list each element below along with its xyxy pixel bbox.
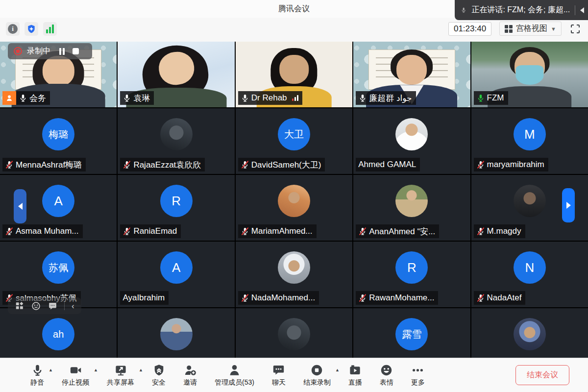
- speaking-mic-icon: [476, 94, 485, 102]
- participant-tile[interactable]: RRawanMohame...: [353, 242, 470, 307]
- participant-tile[interactable]: NNadaAtef: [471, 242, 588, 307]
- emoji-reaction-icon[interactable]: [31, 301, 41, 311]
- participant-tile[interactable]: NadaMohamed...: [236, 242, 352, 307]
- microphone-icon: [461, 6, 466, 14]
- speaking-text: 正在讲话: FZM; 会务; 廉超...: [471, 5, 570, 15]
- toolbar-invite-button[interactable]: 邀请: [183, 364, 197, 387]
- avatar: N: [514, 251, 546, 284]
- avatar: [514, 318, 546, 350]
- meeting-timer: 01:23:40: [448, 22, 491, 36]
- chat-bubble-icon[interactable]: [48, 301, 57, 311]
- participant-grid: 录制中会务袁琳Dr Rehab廉超群 جوادFZM梅璐MennaAshraf梅…: [0, 42, 588, 358]
- previous-page-arrow[interactable]: [14, 189, 26, 223]
- grid-view-icon: [505, 25, 513, 33]
- participant-tile[interactable]: ah叶月Rahim Abdel: [0, 308, 117, 358]
- menu-caret-icon[interactable]: ▲: [49, 368, 53, 372]
- recording-overlay: 录制中: [8, 43, 92, 59]
- collapse-banner-icon[interactable]: [580, 7, 584, 13]
- quick-toolbar: ‹: [8, 297, 81, 314]
- name-label-row: RajaaEzzat袁欣欣: [120, 158, 205, 172]
- participant-name: RawanMohame...: [369, 293, 434, 303]
- name-label-row: AyaIbrahim: [120, 291, 169, 305]
- toolbar-stop-recording-button[interactable]: 结束录制▲: [303, 364, 331, 387]
- participant-tile[interactable]: 廉超群 جواد: [353, 42, 470, 107]
- meeting-info-button[interactable]: i: [6, 22, 20, 36]
- participant-tile[interactable]: AnanAhmed “安...: [353, 175, 470, 241]
- security-status-button[interactable]: [24, 22, 38, 36]
- avatar: 梅璐: [42, 118, 74, 150]
- avatar: [160, 118, 193, 150]
- avatar: [514, 185, 546, 217]
- participant-name: M.magdy: [487, 226, 521, 236]
- participant-tile[interactable]: Ahmed GAMAL: [353, 108, 470, 174]
- avatar: 大卫: [278, 118, 310, 150]
- network-status-button[interactable]: [43, 22, 57, 36]
- name-label-row: DavidSameh(大卫): [238, 158, 325, 172]
- toolbar-manage-members-button[interactable]: 管理成员(53): [215, 364, 254, 387]
- avatar: A: [42, 185, 74, 217]
- menu-caret-icon[interactable]: ▲: [139, 368, 143, 372]
- participant-tile[interactable]: 录制中会务: [0, 42, 117, 107]
- menu-caret-icon[interactable]: ▲: [335, 368, 340, 372]
- toolbar-live-button[interactable]: 直播: [348, 364, 362, 387]
- participant-name: AnanAhmed “安...: [369, 226, 435, 237]
- host-badge-icon: [2, 91, 16, 105]
- participant-tile[interactable]: FZM: [471, 42, 588, 107]
- participant-tile[interactable]: sherryff翌: [471, 308, 588, 358]
- participant-tile[interactable]: 袁琳: [118, 42, 234, 107]
- participant-tile[interactable]: RajaaEzzat袁欣欣: [118, 108, 234, 174]
- banner-divider: [575, 5, 575, 15]
- toolbar-mute-button[interactable]: 静音▲: [30, 364, 44, 387]
- collapse-quickbar-icon[interactable]: ‹: [72, 302, 74, 310]
- invite-icon: [184, 364, 197, 377]
- participant-name: RajaaEzzat袁欣欣: [133, 159, 201, 171]
- participant-name: Dr Rehab: [251, 93, 287, 103]
- avatar: A: [160, 251, 193, 284]
- participant-tile[interactable]: RRaniaEmad: [118, 175, 234, 241]
- chevron-left-icon: [18, 203, 23, 210]
- participant-tile[interactable]: Dr Rehab: [236, 42, 352, 107]
- stop-recording-button[interactable]: [73, 48, 79, 54]
- name-label-row: NadaMohamed...: [238, 291, 319, 305]
- stop-recording-icon: [310, 364, 323, 377]
- toolbar-stop-video-button[interactable]: 停止视频▲: [62, 364, 89, 387]
- participant-tile[interactable]: Mmaryamibrahim: [471, 108, 588, 174]
- mic-on-icon: [19, 94, 27, 102]
- members-icon: [228, 364, 241, 377]
- toolbar-more-button[interactable]: 更多: [411, 364, 425, 387]
- avatar: 苏佩: [42, 251, 74, 284]
- end-meeting-button[interactable]: 结束会议: [515, 365, 569, 385]
- participant-tile[interactable]: AAyaIbrahim: [118, 242, 234, 307]
- participant-tile[interactable]: 梅璐MennaAshraf梅璐: [0, 108, 117, 174]
- toolbar-share-screen-button[interactable]: 共享屏幕▲: [107, 364, 134, 387]
- layout-icon[interactable]: [15, 301, 24, 311]
- bottom-toolbar: 静音▲停止视频▲共享屏幕▲安全邀请管理成员(53)聊天结束录制▲直播表情更多 结…: [0, 358, 588, 392]
- participant-tile[interactable]: SaraEmamMoh...: [236, 308, 352, 358]
- pause-recording-button[interactable]: [59, 48, 65, 55]
- participant-tile[interactable]: 大卫DavidSameh(大卫): [236, 108, 352, 174]
- screen-share-icon: [114, 364, 127, 377]
- toolbar-chat-button[interactable]: 聊天: [272, 364, 286, 387]
- record-dot-icon: [14, 47, 22, 55]
- view-mode-label: 宫格视图: [516, 24, 547, 34]
- name-label-row: FZM: [474, 91, 508, 105]
- fullscreen-button[interactable]: [569, 23, 581, 35]
- participant-name: MariamAhmed...: [251, 226, 313, 236]
- menu-caret-icon[interactable]: ▲: [94, 368, 98, 372]
- toolbar-emoji-button[interactable]: 表情: [380, 364, 393, 387]
- participant-name: MennaAshraf梅璐: [16, 159, 82, 171]
- toolbar-security-button[interactable]: 安全: [152, 364, 166, 387]
- participant-tile[interactable]: 露雪YasminGhone(...: [353, 308, 470, 358]
- live-icon: [348, 364, 362, 377]
- name-label-row: 廉超群 جواد: [356, 91, 416, 105]
- muted-mic-icon: [5, 160, 14, 169]
- chevron-down-icon: ▼: [551, 26, 556, 32]
- muted-mic-icon: [476, 160, 485, 169]
- participant-name: 会务: [29, 93, 46, 104]
- view-mode-button[interactable]: 宫格视图 ▼: [499, 22, 562, 36]
- next-page-arrow[interactable]: [562, 188, 575, 222]
- name-label-row: NadaAtef: [474, 291, 526, 305]
- participant-tile[interactable]: MariamAhmed...: [236, 175, 352, 241]
- muted-mic-icon: [241, 227, 249, 236]
- participant-tile[interactable]: 袁天Tabah: [118, 308, 234, 358]
